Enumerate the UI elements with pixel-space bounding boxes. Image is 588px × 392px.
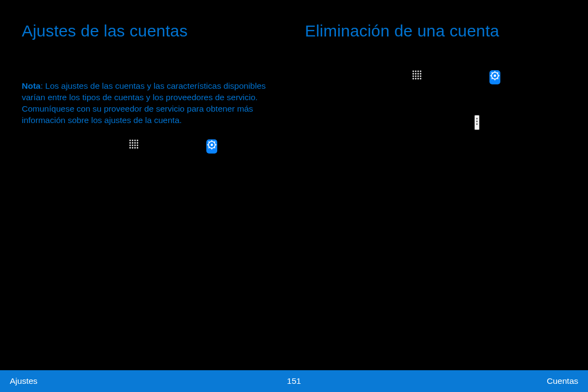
step2-pre: Pulse en xyxy=(42,164,78,173)
step2-sep: > xyxy=(113,164,120,173)
svg-line-22 xyxy=(208,141,209,142)
step-2: Pulse en Cuentas > [Tipo de cuenta]. xyxy=(22,162,272,175)
svg-point-54 xyxy=(476,124,477,125)
r1-settings-label: Ajustes xyxy=(504,71,535,80)
svg-point-52 xyxy=(476,118,477,120)
r1-sep: > xyxy=(480,71,487,80)
svg-point-10 xyxy=(134,144,136,146)
svg-point-32 xyxy=(418,73,419,75)
step1-end: . xyxy=(254,140,256,149)
footer-page-number: 151 xyxy=(287,376,301,386)
svg-point-35 xyxy=(415,76,416,77)
svg-line-49 xyxy=(497,78,498,79)
svg-line-48 xyxy=(491,72,492,74)
svg-point-0 xyxy=(130,139,131,141)
svg-point-3 xyxy=(137,139,138,141)
svg-point-8 xyxy=(130,144,131,146)
r2-pre: Pulse en xyxy=(326,95,361,104)
step-r3: Pulse en la cuenta y después pulse en Má… xyxy=(305,114,566,143)
svg-line-23 xyxy=(214,147,215,148)
r1-end: . xyxy=(537,71,539,80)
svg-point-5 xyxy=(132,142,133,144)
svg-point-41 xyxy=(420,78,421,79)
svg-point-7 xyxy=(137,142,138,144)
step-3: Pulse en una cuenta para configurar los … xyxy=(22,183,272,226)
step3-sublist: Pulse en un campo para configurar ajuste… xyxy=(42,201,272,226)
step1-settings-label: Ajustes xyxy=(221,140,252,149)
note-block: Nota: Los ajustes de las cuentas y las c… xyxy=(22,81,272,126)
apps-grid-icon xyxy=(412,70,422,83)
svg-point-26 xyxy=(413,71,414,72)
note-body: : Los ajustes de las cuentas y las carac… xyxy=(22,81,266,125)
svg-point-43 xyxy=(493,75,495,77)
footer-right: Cuentas xyxy=(547,376,578,386)
svg-point-11 xyxy=(137,144,138,146)
svg-line-25 xyxy=(214,141,215,142)
apps-grid-icon xyxy=(129,139,139,152)
step1-sep: > xyxy=(197,140,204,149)
step3-pre: Pulse en una cuenta para configurar los … xyxy=(42,185,271,194)
step3-bullet: Pulse en un campo para configurar ajuste… xyxy=(42,201,272,226)
r1-apps-label: Aplicaciones xyxy=(426,71,478,80)
step-1: Desde inicio, pulse en Aplicaciones > Aj… xyxy=(22,138,272,154)
svg-point-36 xyxy=(418,76,419,77)
svg-point-27 xyxy=(415,71,416,72)
steps-list-right: Desde inicio, pulse en Aplicaciones > Aj… xyxy=(305,69,566,143)
steps-list-left: Desde inicio, pulse en Aplicaciones > Aj… xyxy=(22,138,272,226)
svg-point-4 xyxy=(130,142,131,144)
svg-point-13 xyxy=(132,147,133,149)
svg-point-28 xyxy=(418,71,419,72)
left-column: Ajustes de las cuentas Cada cuenta tiene… xyxy=(0,0,294,362)
svg-point-53 xyxy=(476,121,477,122)
r3-sep: > xyxy=(542,116,547,125)
svg-point-17 xyxy=(210,143,212,145)
svg-point-29 xyxy=(420,71,421,72)
svg-line-51 xyxy=(497,72,498,74)
r2-sep: > xyxy=(396,95,403,104)
svg-point-14 xyxy=(134,147,136,149)
note-label: Nota xyxy=(22,81,40,90)
step1-pre: Desde inicio, pulse en xyxy=(42,140,127,149)
more-options-icon xyxy=(474,115,480,130)
svg-point-9 xyxy=(132,144,133,146)
svg-point-39 xyxy=(415,78,416,79)
svg-line-50 xyxy=(491,78,492,79)
settings-gear-icon xyxy=(489,70,500,84)
intro-text-right: Puede eliminar cuentas del dispositivo. xyxy=(305,50,566,62)
r3-more-label: Más opciones xyxy=(483,116,540,125)
svg-point-6 xyxy=(134,142,136,144)
svg-point-2 xyxy=(134,139,136,141)
footer-left: Ajustes xyxy=(10,376,38,386)
svg-point-37 xyxy=(420,76,421,77)
step-r1: Desde inicio, pulse en Aplicaciones > Aj… xyxy=(305,69,566,84)
svg-point-34 xyxy=(413,76,414,77)
svg-point-38 xyxy=(413,78,414,79)
svg-point-12 xyxy=(130,147,131,149)
step2-tail: [Tipo de cuenta]. xyxy=(120,164,183,173)
svg-point-33 xyxy=(420,73,421,75)
heading-delete-account: Eliminación de una cuenta xyxy=(305,22,566,40)
svg-line-24 xyxy=(208,147,209,148)
step2-accounts-label: Cuentas xyxy=(78,164,111,173)
step-r2: Pulse en Cuentas > [Tipo de cuenta]. xyxy=(305,93,566,106)
right-column: Eliminación de una cuenta Puede eliminar… xyxy=(294,0,588,362)
heading-account-settings: Ajustes de las cuentas xyxy=(22,22,272,40)
r3-pre: Pulse en la cuenta y después pulse en xyxy=(326,116,473,125)
svg-point-40 xyxy=(418,78,419,79)
r2-accounts-label: Cuentas xyxy=(361,95,394,104)
r3-end: . xyxy=(391,132,393,141)
r2-tail: [Tipo de cuenta]. xyxy=(403,95,466,104)
svg-point-31 xyxy=(415,73,416,75)
r1-pre: Desde inicio, pulse en xyxy=(326,71,411,80)
svg-point-1 xyxy=(132,139,133,141)
svg-point-30 xyxy=(413,73,414,75)
step1-apps-label: Aplicaciones xyxy=(143,140,195,149)
r3-remove-label: Eliminar cuenta xyxy=(326,132,388,141)
page-footer: Ajustes 151 Cuentas xyxy=(0,370,588,392)
svg-point-15 xyxy=(137,147,138,149)
intro-text: Cada cuenta tiene sus propios ajustes. A… xyxy=(22,50,272,73)
settings-gear-icon xyxy=(206,139,217,154)
